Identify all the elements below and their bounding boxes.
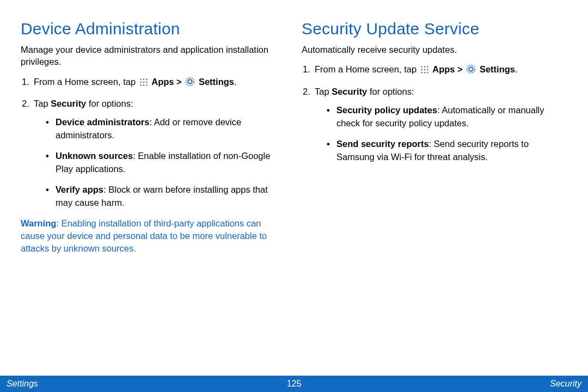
section-heading: Security Update Service	[302, 20, 567, 38]
warning-body: : Enabling installation of third-party a…	[21, 218, 267, 253]
steps-list: From a Home screen, tap Apps > Settings.…	[21, 76, 286, 210]
left-column: Device Administration Manage your device…	[21, 20, 286, 255]
page-footer: Settings 125 Security	[0, 376, 588, 392]
apps-label: Apps	[432, 64, 455, 74]
settings-label: Settings	[480, 64, 515, 74]
step-item: From a Home screen, tap Apps > Settings.	[21, 76, 286, 90]
period: .	[515, 64, 518, 74]
option-name: Security policy updates	[336, 105, 437, 115]
text: Tap	[34, 99, 51, 108]
text: From a Home screen, tap	[34, 77, 138, 87]
footer-right: Security	[550, 379, 581, 389]
intro-text: Automatically receive security updates.	[302, 44, 567, 56]
step-item: From a Home screen, tap Apps > Settings.	[302, 63, 567, 78]
warning-text: Warning: Enabling installation of third-…	[21, 217, 286, 255]
section-heading: Device Administration	[21, 20, 286, 38]
footer-left: Settings	[7, 379, 38, 389]
step-item: Tap Security for options: Security polic…	[302, 85, 567, 164]
period: .	[234, 77, 237, 87]
text: Tap	[315, 87, 332, 96]
text: for options:	[86, 99, 133, 108]
apps-icon	[139, 77, 148, 90]
manual-page: Device Administration Manage your device…	[0, 0, 588, 392]
apps-icon	[420, 65, 429, 78]
gt: >	[457, 64, 465, 74]
right-column: Security Update Service Automatically re…	[302, 20, 567, 255]
options-list: Security policy updates: Automatically o…	[315, 104, 567, 164]
page-number: 125	[287, 379, 302, 389]
options-list: Device administrators: Add or remove dev…	[34, 116, 286, 210]
security-label: Security	[51, 99, 86, 108]
settings-icon	[185, 77, 195, 90]
warning-label: Warning	[21, 218, 56, 228]
step-item: Tap Security for options: Device adminis…	[21, 97, 286, 209]
settings-label: Settings	[199, 77, 234, 87]
text: for options:	[367, 87, 414, 96]
list-item: Device administrators: Add or remove dev…	[46, 116, 286, 142]
list-item: Send security reports: Send security rep…	[327, 138, 567, 164]
option-name: Verify apps	[56, 185, 103, 194]
content-columns: Device Administration Manage your device…	[0, 0, 588, 255]
security-label: Security	[332, 87, 367, 96]
steps-list: From a Home screen, tap Apps > Settings.…	[302, 63, 567, 164]
option-name: Device administrators	[56, 117, 149, 127]
apps-label: Apps	[151, 77, 174, 87]
gt: >	[176, 77, 184, 87]
text: From a Home screen, tap	[315, 64, 419, 74]
option-name: Unknown sources	[56, 151, 133, 161]
list-item: Verify apps: Block or warn before instal…	[46, 183, 286, 210]
option-name: Send security reports	[336, 139, 429, 149]
settings-icon	[466, 64, 476, 78]
list-item: Unknown sources: Enable installation of …	[46, 150, 286, 176]
list-item: Security policy updates: Automatically o…	[327, 104, 567, 130]
intro-text: Manage your device administrators and ap…	[21, 44, 286, 68]
